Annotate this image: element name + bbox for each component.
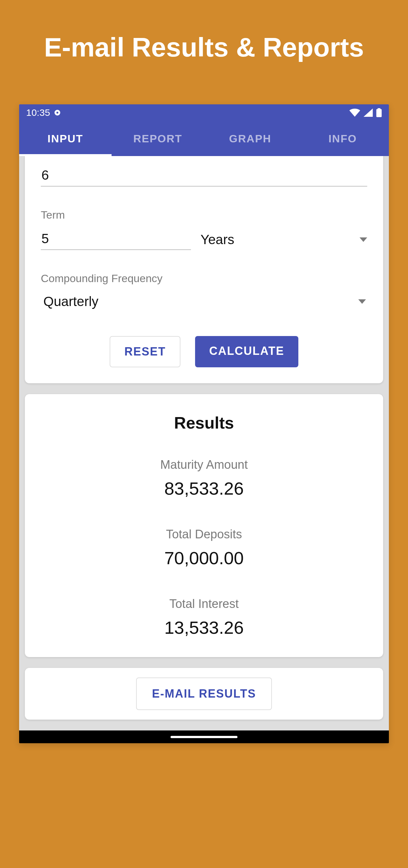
svg-rect-1 (376, 109, 382, 117)
signal-icon (363, 108, 373, 117)
maturity-label: Maturity Amount (38, 458, 370, 472)
maturity-value: 83,533.26 (38, 478, 370, 499)
disc-icon (55, 110, 60, 116)
page-title: E-mail Results & Reports (19, 32, 389, 63)
phone-frame: 10:35 INPUT REPORT GRAPH INFO 6 Term 5 Y… (19, 104, 389, 743)
chevron-down-icon (360, 238, 367, 242)
svg-rect-0 (378, 108, 380, 109)
term-unit-select[interactable]: Years (201, 232, 367, 250)
battery-icon (376, 108, 382, 117)
tab-bar: INPUT REPORT GRAPH INFO (19, 121, 389, 156)
compounding-select[interactable]: Quarterly (41, 292, 367, 310)
interest-value: 13,533.26 (38, 617, 370, 638)
reset-button[interactable]: RESET (110, 336, 180, 367)
email-results-button[interactable]: E-MAIL RESULTS (136, 678, 272, 710)
term-unit-value: Years (201, 232, 234, 247)
tab-graph[interactable]: GRAPH (204, 121, 297, 156)
status-bar: 10:35 (19, 104, 389, 121)
email-card: E-MAIL RESULTS (25, 668, 383, 720)
deposits-value: 70,000.00 (38, 548, 370, 568)
home-indicator[interactable] (171, 736, 237, 738)
tab-report[interactable]: REPORT (111, 121, 204, 156)
wifi-icon (349, 108, 360, 117)
tab-info[interactable]: INFO (297, 121, 389, 156)
chevron-down-icon (358, 299, 366, 304)
term-field[interactable]: 5 (41, 229, 191, 250)
compounding-value: Quarterly (43, 294, 99, 309)
compounding-label: Compounding Frequency (41, 272, 367, 285)
term-label: Term (41, 209, 367, 221)
input-card: 6 Term 5 Years Compounding Frequency Qua… (25, 156, 383, 383)
status-time: 10:35 (26, 107, 50, 118)
tab-input[interactable]: INPUT (19, 121, 111, 156)
results-card: Results Maturity Amount 83,533.26 Total … (25, 394, 383, 657)
results-title: Results (38, 413, 370, 432)
android-nav-bar (19, 731, 389, 743)
interest-label: Total Interest (38, 597, 370, 611)
rate-field[interactable]: 6 (41, 166, 367, 186)
content-scroll[interactable]: 6 Term 5 Years Compounding Frequency Qua… (19, 156, 389, 720)
calculate-button[interactable]: CALCULATE (195, 336, 298, 367)
deposits-label: Total Deposits (38, 527, 370, 541)
